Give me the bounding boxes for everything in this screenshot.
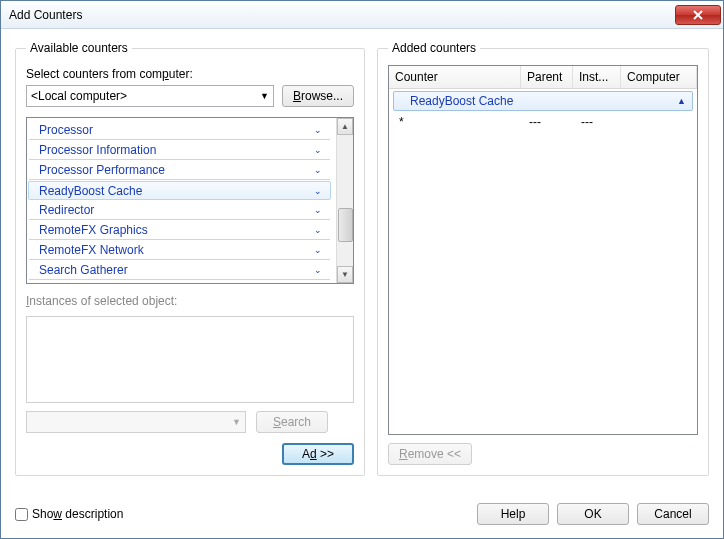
added-counters-group: Added counters Counter Parent Inst... Co… [377, 41, 709, 476]
column-header-counter[interactable]: Counter [389, 66, 521, 88]
table-header[interactable]: Counter Parent Inst... Computer [389, 66, 697, 89]
cell-parent: --- [529, 115, 581, 129]
window-title: Add Counters [9, 8, 675, 22]
show-description-checkbox[interactable]: Show description [15, 507, 123, 521]
available-counters-group: Available counters Select counters from … [15, 41, 365, 476]
column-header-computer[interactable]: Computer [621, 66, 697, 88]
close-button[interactable] [675, 5, 721, 25]
show-description-input[interactable] [15, 508, 28, 521]
counter-item-label: Redirector [39, 203, 94, 217]
computer-select[interactable]: <Local computer> ▼ [26, 85, 274, 107]
computer-value: <Local computer> [31, 89, 127, 103]
counter-item[interactable]: Redirector⌄ [29, 201, 330, 220]
added-counters-table[interactable]: Counter Parent Inst... Computer ReadyBoo… [388, 65, 698, 435]
chevron-down-icon: ⌄ [314, 165, 322, 175]
chevron-down-icon: ⌄ [314, 186, 322, 196]
show-description-label: Show description [32, 507, 123, 521]
counters-listbox[interactable]: Processor⌄Processor Information⌄Processo… [26, 117, 354, 284]
chevron-down-icon: ⌄ [314, 265, 322, 275]
cell-computer [629, 115, 691, 129]
add-button[interactable]: Ad >> [282, 443, 354, 465]
chevron-down-icon: ⌄ [314, 245, 322, 255]
counter-item-label: RemoteFX Network [39, 243, 144, 257]
titlebar[interactable]: Add Counters [1, 1, 723, 29]
select-computer-label: Select counters from computer: [26, 67, 354, 81]
chevron-down-icon: ⌄ [314, 225, 322, 235]
ok-button[interactable]: OK [557, 503, 629, 525]
chevron-down-icon: ⌄ [314, 125, 322, 135]
available-counters-legend: Available counters [26, 41, 132, 55]
browse-button[interactable]: Browse... [282, 85, 354, 107]
counter-item[interactable]: ReadyBoost Cache⌄ [28, 181, 331, 200]
instances-label: Instances of selected object: [26, 294, 354, 308]
scrollbar[interactable]: ▲ ▼ [336, 118, 353, 283]
counter-group-row[interactable]: ReadyBoost Cache ▲ [393, 91, 693, 111]
scroll-down-button[interactable]: ▼ [337, 266, 353, 283]
chevron-up-icon: ▲ [677, 96, 686, 106]
counter-item[interactable]: Search Gatherer⌄ [29, 261, 330, 280]
counter-item-label: ReadyBoost Cache [39, 184, 142, 198]
cancel-button[interactable]: Cancel [637, 503, 709, 525]
instances-listbox[interactable] [26, 316, 354, 403]
cell-counter: * [399, 115, 529, 129]
counter-item-label: RemoteFX Graphics [39, 223, 148, 237]
counter-item[interactable]: Processor⌄ [29, 121, 330, 140]
chevron-down-icon: ▼ [232, 417, 241, 427]
dialog-footer: Show description Help OK Cancel [1, 490, 723, 538]
help-button[interactable]: Help [477, 503, 549, 525]
search-button: Search [256, 411, 328, 433]
column-header-parent[interactable]: Parent [521, 66, 573, 88]
add-counters-dialog: Add Counters Available counters Select c… [0, 0, 724, 539]
counter-item-label: Processor Performance [39, 163, 165, 177]
table-row[interactable]: *------ [389, 113, 697, 131]
chevron-down-icon: ⌄ [314, 205, 322, 215]
scroll-thumb[interactable] [338, 208, 353, 242]
counter-item-label: Search Gatherer [39, 263, 128, 277]
counter-item[interactable]: RemoteFX Graphics⌄ [29, 221, 330, 240]
counter-item[interactable]: Processor Performance⌄ [29, 161, 330, 180]
close-icon [692, 10, 704, 20]
cell-inst: --- [581, 115, 629, 129]
counter-item[interactable]: RemoteFX Network⌄ [29, 241, 330, 260]
added-counters-legend: Added counters [388, 41, 480, 55]
remove-button: Remove << [388, 443, 472, 465]
chevron-down-icon: ⌄ [314, 145, 322, 155]
counter-group-label: ReadyBoost Cache [410, 94, 513, 108]
column-header-instance[interactable]: Inst... [573, 66, 621, 88]
counter-item-label: Processor Information [39, 143, 156, 157]
counter-item-label: Processor [39, 123, 93, 137]
chevron-down-icon: ▼ [260, 91, 269, 101]
scroll-up-button[interactable]: ▲ [337, 118, 353, 135]
counter-item[interactable]: Processor Information⌄ [29, 141, 330, 160]
instance-search-input: ▼ [26, 411, 246, 433]
